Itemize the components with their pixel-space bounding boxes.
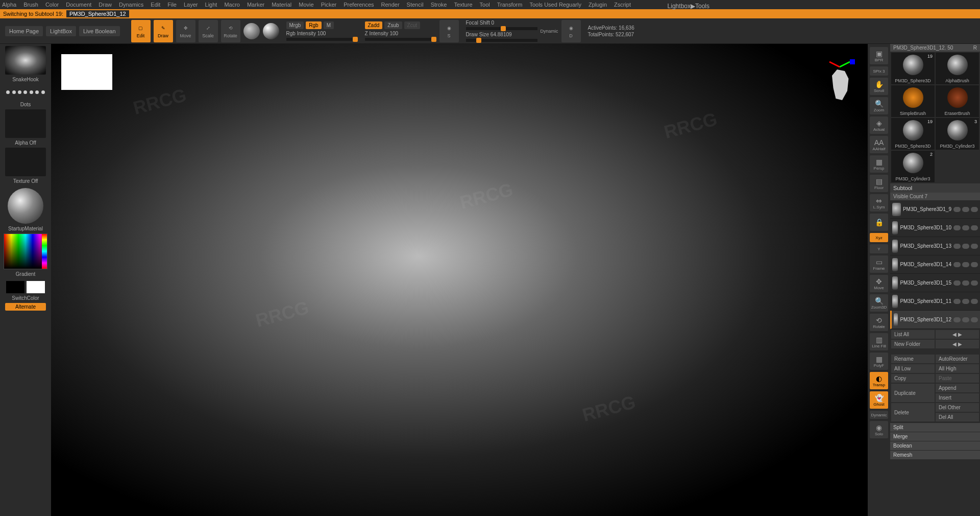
menu-marker[interactable]: Marker <box>247 2 264 8</box>
rgb-intensity-slider[interactable] <box>286 38 358 41</box>
tool-cell-1[interactable]: AlphaBrush <box>936 53 979 84</box>
tool-cell-5[interactable]: 3PM3D_Cylinder3 <box>936 118 979 150</box>
aahalf-button[interactable]: AAAAHalf <box>870 136 888 153</box>
zadd-button[interactable]: Zadd <box>365 21 383 29</box>
menu-zscript[interactable]: Zscript <box>614 2 631 8</box>
actual-button[interactable]: ◈Actual <box>870 116 888 134</box>
linefill-button[interactable]: ▥Line Fill <box>870 333 888 350</box>
spix-button[interactable]: SPix 3 <box>870 66 888 76</box>
subtool-row[interactable]: PM3D_Sphere3D1_11 <box>890 292 980 311</box>
stroke-thumbnail[interactable] <box>5 84 46 100</box>
del-all-button[interactable]: Del All <box>936 413 979 421</box>
menu-file[interactable]: File <box>167 2 177 8</box>
menu-transform[interactable]: Transform <box>497 2 523 8</box>
swatch-white[interactable] <box>27 281 45 293</box>
frame-button[interactable]: ▭Frame <box>870 255 888 273</box>
subtool-header[interactable]: Subtool <box>890 183 980 193</box>
mrgb-button[interactable]: Mrgb <box>286 21 304 29</box>
dynamic-label[interactable]: Dynamic <box>541 29 558 34</box>
lightbox-button[interactable]: LightBox <box>46 26 76 36</box>
menu-tools-used[interactable]: Tools Used Reguarly <box>529 2 581 8</box>
menu-color[interactable]: Color <box>45 2 59 8</box>
menu-material[interactable]: Material <box>272 2 291 8</box>
autoreorder-button[interactable]: AutoReorder <box>936 355 979 363</box>
menu-light[interactable]: Light <box>205 2 217 8</box>
menu-preferences[interactable]: Preferences <box>344 2 374 8</box>
polyf-button[interactable]: ▦PolyF <box>870 353 888 370</box>
move-mode-button[interactable]: ✥Move <box>176 20 195 42</box>
focal-shift-icon[interactable]: ◉S <box>439 20 459 42</box>
subtool-row[interactable]: PM3D_Sphere3D1_13 <box>890 237 980 255</box>
menu-edit[interactable]: Edit <box>151 2 160 8</box>
menu-alpha[interactable]: Alpha <box>2 2 16 8</box>
subtool-row[interactable]: PM3D_Sphere3D1_14 <box>890 255 980 274</box>
alternate-button[interactable]: Alternate <box>5 303 46 311</box>
material-sphere[interactable] <box>263 23 279 39</box>
material-thumbnail[interactable] <box>8 188 43 224</box>
rename-button[interactable]: Rename <box>891 355 935 363</box>
switch-color-label[interactable]: SwitchColor <box>12 295 39 301</box>
floor-button[interactable]: ▤Floor <box>870 175 888 192</box>
transp-button[interactable]: ◐Transp <box>870 372 888 389</box>
brush-thumbnail[interactable] <box>5 46 46 75</box>
tool-cell-4[interactable]: 19PM3D_Sphere3D <box>891 118 935 150</box>
move3d-button[interactable]: ✥Move <box>870 275 888 292</box>
menu-draw[interactable]: Draw <box>99 2 112 8</box>
menu-brush[interactable]: Brush <box>23 2 38 8</box>
scale-mode-button[interactable]: ⤢Scale <box>199 20 218 42</box>
list-all-button[interactable]: List All <box>891 330 935 339</box>
draw-size-icon[interactable]: ◉D <box>561 20 581 42</box>
xyz-button[interactable]: Xyz <box>870 233 888 242</box>
rotate-mode-button[interactable]: ⟲Rotate <box>221 20 240 42</box>
dynamic-button[interactable]: Dynamic <box>870 411 888 419</box>
lightbox-breadcrumb[interactable]: Lightbox▶Tools <box>668 3 709 10</box>
alpha-thumbnail[interactable] <box>5 109 46 138</box>
menu-zplugin[interactable]: Zplugin <box>589 2 607 8</box>
gyro-sphere[interactable] <box>243 23 260 39</box>
new-folder-button[interactable]: New Folder <box>891 340 935 348</box>
lsym-button[interactable]: ⇔L.Sym <box>870 194 888 212</box>
texture-thumbnail[interactable] <box>5 148 46 176</box>
z-intensity-slider[interactable] <box>365 38 436 41</box>
subtool-row-selected[interactable]: PM3D_Sphere3D1_12 <box>890 311 980 329</box>
menu-movie[interactable]: Movie <box>299 2 313 8</box>
merge-section[interactable]: Merge <box>890 432 980 441</box>
zsub-button[interactable]: Zsub <box>384 21 402 29</box>
lock-button[interactable]: 🔒 <box>870 214 888 231</box>
duplicate-button[interactable]: Duplicate <box>891 384 935 402</box>
rgb-button[interactable]: Rgb <box>306 21 321 29</box>
remesh-section[interactable]: Remesh <box>890 450 980 459</box>
all-low-button[interactable]: All Low <box>891 364 935 373</box>
menu-document[interactable]: Document <box>66 2 91 8</box>
swatch-black[interactable] <box>6 281 24 293</box>
boolean-section[interactable]: Boolean <box>890 441 980 450</box>
y-button[interactable]: Y <box>870 244 888 253</box>
viewport[interactable]: RRCG RRCG RRCG RRCG RRCG <box>51 44 868 516</box>
menu-picker[interactable]: Picker <box>321 2 337 8</box>
subtool-row[interactable]: PM3D_Sphere3D1_10 <box>890 219 980 237</box>
tool-cell-6[interactable]: 2PM3D_Cylinder3 <box>891 151 935 182</box>
all-high-button[interactable]: All High <box>936 364 979 373</box>
menu-tool[interactable]: Tool <box>480 2 490 8</box>
menu-texture[interactable]: Texture <box>454 2 472 8</box>
tool-cell-3[interactable]: EraserBrush <box>936 85 979 117</box>
delete-button[interactable]: Delete <box>891 403 935 421</box>
rotate3d-button[interactable]: ⟲Rotate <box>870 314 888 331</box>
tool-cell-2[interactable]: SimpleBrush <box>891 85 935 117</box>
ghost-button[interactable]: 👻Ghost <box>870 391 888 409</box>
menu-dynamics[interactable]: Dynamics <box>119 2 143 8</box>
hue-strip[interactable] <box>42 234 47 269</box>
folder-arrows[interactable]: ◀ ▶ <box>936 340 979 348</box>
camera-reference[interactable] <box>822 59 857 105</box>
scroll-button[interactable]: ✋Scroll <box>870 78 888 95</box>
tool-cell-0[interactable]: 19PM3D_Sphere3D <box>891 53 935 84</box>
subtool-row[interactable]: PM3D_Sphere3D1_15 <box>890 274 980 292</box>
del-other-button[interactable]: Del Other <box>936 403 979 412</box>
zcut-button[interactable]: Zcut <box>404 21 420 29</box>
live-boolean-button[interactable]: Live Boolean <box>79 26 120 36</box>
copy-button[interactable]: Copy <box>891 374 935 383</box>
menu-stencil[interactable]: Stencil <box>407 2 424 8</box>
m-button[interactable]: M <box>324 21 334 29</box>
edit-mode-button[interactable]: ▢Edit <box>131 20 151 42</box>
tool-title-bar[interactable]: PM3D_Sphere3D1_12. 50R <box>890 44 980 52</box>
